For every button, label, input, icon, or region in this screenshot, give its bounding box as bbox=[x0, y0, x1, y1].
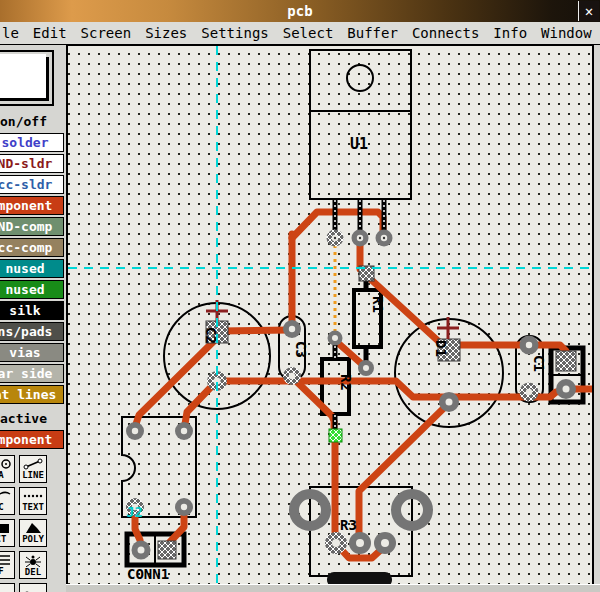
tool-text[interactable]: TEXT bbox=[19, 487, 47, 515]
layer-button-component[interactable]: mponent bbox=[0, 196, 64, 215]
board-preview-thumbnail bbox=[0, 54, 46, 98]
line-icon bbox=[22, 458, 44, 470]
tool-palette: A LINE C TEXT CT POLY F DEL bbox=[0, 455, 47, 592]
close-icon[interactable]: ✕ bbox=[578, 1, 599, 21]
layer-button-solder[interactable]: solder bbox=[0, 133, 64, 152]
board-canvas[interactable]: U1 R1 R2 C2 C3 D1 C1 CONN2 CONN1 R3 J2 bbox=[66, 45, 594, 585]
text-icon bbox=[22, 490, 44, 502]
layer-button-unused-1[interactable]: nused bbox=[0, 259, 64, 278]
label-r1: R1 bbox=[370, 296, 386, 313]
active-layer-button[interactable]: mponent bbox=[0, 430, 64, 449]
board-drawing: U1 R1 R2 C2 C3 D1 C1 CONN2 CONN1 R3 J2 bbox=[68, 46, 592, 584]
layer-button-far-side[interactable]: ar side bbox=[0, 364, 64, 383]
menu-sizes[interactable]: Sizes bbox=[145, 25, 187, 41]
layer-button-pins-pads[interactable]: ns/pads bbox=[0, 322, 64, 341]
label-d1: D1 bbox=[433, 340, 449, 357]
poly-icon bbox=[22, 522, 44, 534]
component-u1[interactable] bbox=[310, 50, 411, 199]
menu-edit[interactable]: Edit bbox=[33, 25, 67, 41]
layer-button-gnd-comp[interactable]: ND-comp bbox=[0, 217, 64, 236]
menu-buffer[interactable]: Buffer bbox=[347, 25, 398, 41]
window-title: pcb bbox=[287, 0, 312, 22]
label-r3: R3 bbox=[340, 517, 357, 533]
layer-button-gnd-sldr[interactable]: ND-sldr bbox=[0, 154, 64, 173]
tool-thrm[interactable] bbox=[19, 583, 47, 592]
onoff-label: on/off bbox=[0, 114, 47, 129]
crosshair bbox=[68, 46, 592, 584]
arc-icon bbox=[0, 490, 12, 502]
menu-file[interactable]: le bbox=[2, 25, 19, 41]
bug-icon bbox=[22, 554, 44, 567]
label-c3: C3 bbox=[293, 341, 309, 358]
title-bar[interactable]: pcb bbox=[0, 0, 600, 23]
layer-button-stack: solder ND-sldr cc-sldr mponent ND-comp c… bbox=[0, 133, 64, 406]
board-preview-panner[interactable] bbox=[0, 50, 54, 106]
tool-poly[interactable]: POLY bbox=[19, 519, 47, 547]
tool-line[interactable]: LINE bbox=[19, 455, 47, 483]
layer-button-vcc-comp[interactable]: cc-comp bbox=[0, 238, 64, 257]
tool-rot[interactable] bbox=[0, 583, 15, 592]
rect-icon bbox=[0, 522, 12, 534]
menu-bar: le Edit Screen Sizes Settings Select Buf… bbox=[0, 22, 600, 45]
layer-button-silk[interactable]: silk bbox=[0, 301, 64, 320]
pcb-app-window: { "window": { "title": "pcb", "close_gly… bbox=[0, 0, 600, 592]
active-label: active bbox=[0, 411, 47, 426]
menu-settings[interactable]: Settings bbox=[201, 25, 268, 41]
label-c1: C1 bbox=[531, 355, 547, 372]
via-icon bbox=[0, 458, 12, 470]
selected-pad[interactable] bbox=[329, 429, 342, 442]
label-j2: J2 bbox=[126, 504, 143, 520]
menu-info[interactable]: Info bbox=[493, 25, 527, 41]
buffer-icon bbox=[0, 554, 12, 566]
label-r2: R2 bbox=[338, 374, 354, 391]
layer-button-unused-2[interactable]: nused bbox=[0, 280, 64, 299]
menu-window[interactable]: Window bbox=[541, 25, 592, 41]
layer-button-rat-lines[interactable]: at lines bbox=[0, 385, 64, 404]
layer-button-vias[interactable]: vias bbox=[0, 343, 64, 362]
label-conn1: CONN1 bbox=[127, 566, 169, 582]
layer-sidebar: on/off solder ND-sldr cc-sldr mponent ND… bbox=[0, 45, 66, 592]
menu-screen[interactable]: Screen bbox=[81, 25, 132, 41]
label-u1: U1 bbox=[350, 135, 368, 153]
menu-connects[interactable]: Connects bbox=[412, 25, 479, 41]
tool-via[interactable]: A bbox=[0, 455, 15, 483]
tool-del[interactable]: DEL bbox=[19, 551, 47, 579]
tool-rect[interactable]: CT bbox=[0, 519, 15, 547]
menu-select[interactable]: Select bbox=[283, 25, 334, 41]
tool-arc[interactable]: C bbox=[0, 487, 15, 515]
layer-button-vcc-sldr[interactable]: cc-sldr bbox=[0, 175, 64, 194]
bottom-resize-bar bbox=[66, 584, 600, 592]
tool-buf[interactable]: F bbox=[0, 551, 15, 579]
